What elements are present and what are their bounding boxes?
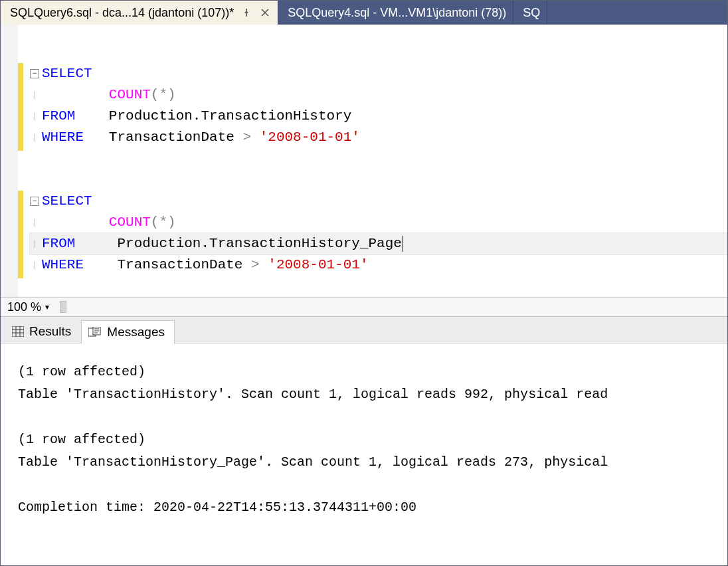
- code-line[interactable]: WHERE TransactionDate > '2008-01-01': [30, 127, 727, 148]
- pin-icon[interactable]: [240, 7, 252, 19]
- document-tab-title: SQ: [523, 6, 540, 20]
- identifier: Production.TransactionHistory_Page: [117, 233, 401, 254]
- tab-label: Messages: [107, 325, 165, 339]
- document-tab-inactive[interactable]: SQLQuery4.sql - VM...VM1\jdantoni (78)): [278, 1, 513, 25]
- code-line[interactable]: − SELECT: [30, 191, 727, 212]
- results-tab-bar: Results Messages: [1, 317, 727, 343]
- code-line-current[interactable]: FROM Production.TransactionHistory_Page: [30, 233, 727, 254]
- tab-messages[interactable]: Messages: [81, 320, 175, 343]
- svg-rect-0: [12, 326, 24, 337]
- messages-output[interactable]: (1 row affected) Table 'TransactionHisto…: [1, 343, 727, 565]
- document-tab-active[interactable]: SQLQuery6.sql - dca...14 (jdantoni (107)…: [1, 1, 278, 25]
- keyword: COUNT: [109, 84, 151, 106]
- horizontal-scroll-left-icon[interactable]: [60, 301, 66, 313]
- keyword: WHERE: [42, 127, 84, 148]
- document-tab-overflow[interactable]: SQ: [513, 1, 547, 25]
- code-line[interactable]: FROM Production.TransactionHistory: [30, 106, 727, 127]
- editor-status-bar: 100 % ▾: [1, 297, 727, 317]
- code-block: − SELECT COUNT(*) FROM Production.Transa…: [30, 191, 727, 276]
- messages-icon: [88, 327, 102, 337]
- sql-editor[interactable]: − SELECT COUNT(*) FROM Production.Transa…: [1, 25, 727, 297]
- document-tab-title: SQLQuery6.sql - dca...14 (jdantoni (107)…: [10, 6, 234, 20]
- keyword: COUNT: [109, 212, 151, 233]
- document-tab-title: SQLQuery4.sql - VM...VM1\jdantoni (78)): [288, 6, 506, 20]
- keyword: FROM: [42, 106, 75, 127]
- editor-gutter: [1, 25, 18, 297]
- identifier: TransactionDate: [109, 127, 234, 148]
- keyword: FROM: [42, 233, 75, 254]
- identifier: Production.TransactionHistory: [109, 106, 351, 127]
- identifier: TransactionDate: [117, 254, 242, 276]
- keyword: SELECT: [42, 191, 92, 212]
- change-indicator-bar: [18, 25, 30, 297]
- string-literal: '2008-01-01': [260, 127, 360, 148]
- zoom-dropdown[interactable]: 100 % ▾: [5, 300, 52, 315]
- code-line[interactable]: WHERE TransactionDate > '2008-01-01': [30, 254, 727, 276]
- chevron-down-icon: ▾: [45, 302, 49, 312]
- code-block: − SELECT COUNT(*) FROM Production.Transa…: [30, 63, 727, 148]
- code-line[interactable]: − SELECT: [30, 63, 727, 84]
- tab-label: Results: [29, 324, 71, 339]
- keyword: SELECT: [42, 63, 92, 84]
- keyword: WHERE: [42, 254, 84, 276]
- change-mark: [18, 191, 23, 278]
- string-literal: '2008-01-01': [268, 254, 368, 276]
- grid-icon: [12, 326, 24, 337]
- zoom-value: 100 %: [7, 300, 41, 314]
- code-line[interactable]: COUNT(*): [30, 84, 727, 106]
- document-tab-bar: SQLQuery6.sql - dca...14 (jdantoni (107)…: [1, 1, 727, 25]
- change-mark: [18, 63, 23, 151]
- code-line[interactable]: COUNT(*): [30, 212, 727, 233]
- close-icon[interactable]: [259, 7, 271, 19]
- fold-toggle-icon[interactable]: −: [30, 197, 39, 206]
- text-cursor: [403, 236, 403, 252]
- tab-results[interactable]: Results: [5, 320, 81, 343]
- fold-toggle-icon[interactable]: −: [30, 69, 39, 78]
